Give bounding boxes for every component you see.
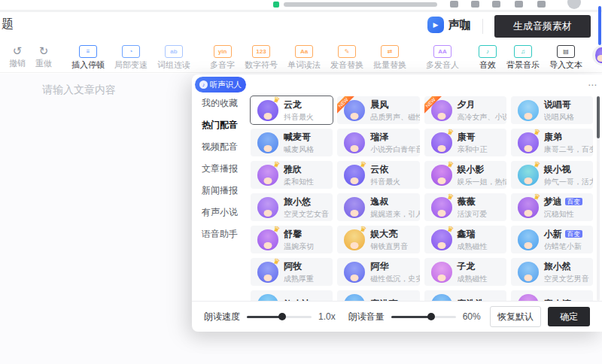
voice-card[interactable]: 喊麦哥 喊麦风格 xyxy=(251,129,333,156)
voice-name: 薇薇 xyxy=(458,196,476,208)
volume-slider[interactable] xyxy=(391,316,456,318)
voice-card[interactable]: 说唱哥 说唱风格 xyxy=(511,96,593,124)
toolbar-item-label: 背景音乐 xyxy=(506,59,540,71)
browser-profile-avatar[interactable] xyxy=(567,0,581,9)
voice-avatar xyxy=(257,262,278,283)
voice-card[interactable]: 旅小冰 xyxy=(251,290,333,301)
voice-card[interactable]: 薇薇 活泼可爱 xyxy=(424,193,506,221)
sidebar-category[interactable]: 热门配音 xyxy=(192,114,249,136)
word-reading-icon: Aa xyxy=(295,45,313,58)
voice-card[interactable]: 赛洪声 xyxy=(337,290,419,301)
speed-slider-knob[interactable] xyxy=(278,313,286,320)
voice-avatar xyxy=(344,165,365,186)
voice-card[interactable]: 子龙 成熟磁性 xyxy=(424,258,506,286)
voice-card[interactable]: 逸叔 娓娓道来，引人入胜 xyxy=(337,193,419,221)
voice-card[interactable]: 赛小清 xyxy=(511,290,593,301)
voice-desc: 活泼可爱 xyxy=(458,209,488,220)
voice-card[interactable]: 雅欣 柔和知性 xyxy=(251,161,333,189)
toolbar-item[interactable]: 123 数字符号 xyxy=(245,45,278,71)
new-ribbon: NEW xyxy=(337,96,357,116)
voice-card[interactable]: 舒馨 温婉亲切 xyxy=(251,226,333,253)
voice-desc: 温婉亲切 xyxy=(284,241,314,252)
browser-menu-icon[interactable] xyxy=(515,1,523,8)
voice-card[interactable]: 康哥 亲和中正 xyxy=(424,129,506,156)
voice-card[interactable]: 娱小影 娱乐一姐，热情活力 xyxy=(424,161,506,189)
toolbar-item[interactable]: Aa 单词读法 xyxy=(287,45,321,71)
speed-slider[interactable] xyxy=(247,316,312,318)
voice-avatar xyxy=(518,100,539,121)
voice-name: 赛洪声 xyxy=(370,298,397,302)
voice-card[interactable]: NEW 夕月 高冷女声、小说 xyxy=(424,96,506,124)
sidebar-category-label: 文章播报 xyxy=(202,162,238,175)
voice-desc: 说唱风格 xyxy=(544,112,574,123)
sound-effect-icon: ♪ xyxy=(479,45,497,58)
voice-card[interactable]: 旅小然 空灵文艺男音 xyxy=(511,258,593,286)
voice-card[interactable]: 康弟 康哥二号，百变男音 xyxy=(511,129,593,156)
voice-picker-popup: ♪ 听声识人 我的收藏 热门配音 视频配音 文章播报 新闻播报 有声小说 xyxy=(192,74,602,332)
voice-card[interactable]: 阿华 磁性低沉，史实记录 xyxy=(337,258,419,286)
browser-toolbar-icon[interactable] xyxy=(492,1,500,8)
sidebar-category[interactable]: 语音助手 xyxy=(192,223,249,245)
sidebar-category[interactable]: 文章播报 xyxy=(192,158,249,180)
toolbar-item-label: 导入文本 xyxy=(549,59,582,71)
toolbar-item[interactable]: ↺ 撤销 xyxy=(9,45,26,69)
voice-name: 雅欣 xyxy=(284,163,302,176)
more-tabs-button[interactable]: ⋯ xyxy=(585,80,597,90)
browser-toolbar-icon[interactable] xyxy=(450,1,458,8)
browser-scrollbar[interactable] xyxy=(598,6,601,45)
voice-name: 旅小然 xyxy=(544,260,571,273)
voice-name: 赛小清 xyxy=(544,298,571,302)
toolbar-item[interactable]: ab 词组连读 xyxy=(157,45,190,71)
voice-desc: 小说旁白青年音 xyxy=(370,144,419,155)
confirm-button[interactable]: 确定 xyxy=(548,307,590,326)
voice-card[interactable]: 小新 百变 仿蜡笔小新 xyxy=(511,226,593,253)
toolbar-item[interactable]: ◔ 局部变速 xyxy=(114,45,147,71)
insert-pause-icon: ≡ xyxy=(79,45,97,58)
voice-grid: 云龙 抖音最火 NEW xyxy=(249,94,602,301)
polyphone-icon: yin xyxy=(214,45,232,58)
toolbar-item[interactable]: ♫ 背景音乐 xyxy=(506,45,540,71)
generate-audio-button[interactable]: 生成音频素材 xyxy=(494,15,591,38)
toolbar-item[interactable]: ▤ 导入文本 xyxy=(549,45,582,71)
voice-desc: 娱乐一姐，热情活力 xyxy=(458,177,506,187)
voice-desc: 喊麦风格 xyxy=(284,144,314,155)
toolbar-item[interactable]: AA 多发音人 xyxy=(426,45,459,71)
sidebar-category-label: 我的收藏 xyxy=(202,97,238,110)
sidebar-category[interactable]: 我的收藏 xyxy=(192,93,249,114)
current-voice-pill[interactable]: 云龙 1.0x xyxy=(592,45,602,65)
popup-main: ⋯ 云龙 xyxy=(249,74,602,301)
browser-toolbar-icon[interactable] xyxy=(471,1,479,8)
toolbar-item[interactable]: ♪ 音效 xyxy=(479,45,497,71)
voice-card[interactable]: 梦迪 百变 沉稳知性 xyxy=(511,193,593,221)
toolbar-item[interactable]: ≡ 插入停顿 xyxy=(71,45,105,71)
reset-default-button[interactable]: 恢复默认 xyxy=(490,306,541,327)
voice-card[interactable]: 娱大亮 钢铁直男音 xyxy=(337,226,419,253)
volume-slider-knob[interactable] xyxy=(427,313,435,320)
toolbar-item[interactable]: ↻ 重做 xyxy=(35,45,52,69)
sidebar-category[interactable]: 视频配音 xyxy=(192,136,249,158)
grid-scrollbar-thumb[interactable] xyxy=(597,96,600,138)
voice-card[interactable]: 鑫瑞 成熟磁性 xyxy=(424,226,506,253)
popup-footer: 朗读速度 1.0x 朗读音量 60% 恢复默认 确定 xyxy=(192,301,602,332)
sidebar-category[interactable]: 新闻播报 xyxy=(192,180,249,202)
voice-card[interactable]: 旅小悠 空灵文艺女音 xyxy=(251,193,333,221)
identify-voice-button[interactable]: ♪ 听声识人 xyxy=(195,77,246,93)
voice-card[interactable]: 阿牧 成熟厚重 xyxy=(251,258,333,286)
toolbar-item-label: 撤销 xyxy=(9,58,26,69)
voice-card[interactable]: 云龙 抖音最火 xyxy=(251,96,333,124)
toolbar-item[interactable]: ✎ 发音替换 xyxy=(330,45,363,71)
toolbar-item[interactable]: yin 多音字 xyxy=(210,45,235,71)
crown-icon xyxy=(445,161,455,169)
voice-card[interactable]: 娱小视 帅气一哥，活力轻快 xyxy=(511,161,593,189)
voice-card[interactable]: NEW 晨风 品质男声、磁性 xyxy=(337,96,419,124)
voice-card[interactable]: 赛浩浩 xyxy=(424,290,506,301)
document-title[interactable]: 题 xyxy=(2,17,14,32)
voice-card[interactable]: 瑞泽 小说旁白青年音 xyxy=(337,129,419,156)
sidebar-category[interactable]: 有声小说 xyxy=(192,202,249,223)
toolbar: ↺ 撤销 ↻ 重做 ≡ 插入停顿 ◔ 局部变速 ab 词组连读 yin xyxy=(0,42,602,73)
voice-name: 夕月 xyxy=(458,99,476,111)
browser-download-icon[interactable] xyxy=(537,1,546,8)
variable-badge: 百变 xyxy=(565,198,582,206)
toolbar-item[interactable]: ⇄ 批量替换 xyxy=(373,45,406,71)
voice-card[interactable]: 云依 抖音最火 xyxy=(337,161,419,189)
